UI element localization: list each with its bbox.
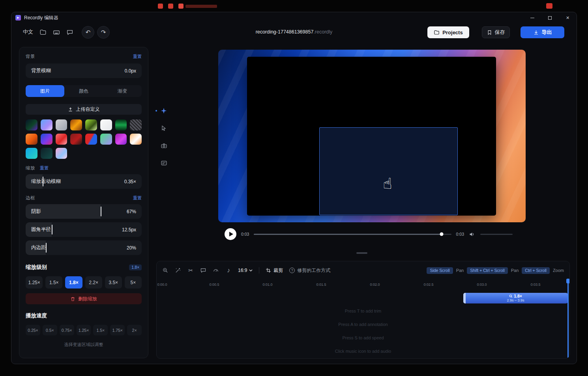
scroll-shortcuts: Side Scroll Pan Shift + Ctrl + Scroll Pa… [427, 267, 564, 274]
shadow-label: 阴影 [31, 208, 41, 215]
recorded-screen: ☝ [247, 57, 496, 216]
ctrl-scroll-action: Zoom [553, 268, 564, 273]
auto-zoom-effects-button[interactable] [160, 107, 167, 114]
tab-color[interactable]: 颜色 [64, 85, 103, 97]
background-thumbnail[interactable] [130, 119, 142, 130]
aspect-ratio-dropdown[interactable]: 16:9 [238, 268, 253, 273]
shadow-slider[interactable]: 阴影 67% [26, 204, 142, 219]
progress-thumb[interactable] [440, 233, 443, 236]
background-thumbnail[interactable] [56, 134, 67, 145]
zoom-segment[interactable]: 1.8× 2.9s – 3.9s [463, 293, 568, 303]
background-thumbnail[interactable] [115, 119, 127, 130]
zoom-option-1-8x[interactable]: 1.8× [65, 276, 82, 289]
padding-value: 20% [127, 245, 136, 251]
background-thumbnail[interactable] [26, 119, 37, 130]
download-icon [533, 30, 539, 35]
desktop-artifact [546, 3, 552, 9]
trash-icon [70, 296, 75, 302]
padding-slider[interactable]: 内边距 20% [26, 240, 142, 255]
zoom-option-1-25x[interactable]: 1.25× [26, 276, 43, 289]
export-button[interactable]: 导出 [521, 26, 564, 38]
slider-marker[interactable] [101, 207, 101, 216]
background-thumbnail[interactable] [56, 119, 67, 130]
upload-custom-button[interactable]: 上传自定义 [26, 104, 142, 115]
magic-wand-icon[interactable] [175, 267, 181, 274]
title-bar: ▶ Recordly 编辑器 ✕ [11, 12, 577, 23]
background-thumbnail[interactable] [70, 119, 82, 130]
slider-marker[interactable] [52, 225, 52, 235]
speed-option-1-5x[interactable]: 1.5× [93, 325, 108, 335]
cursor-tool-button[interactable] [160, 125, 167, 132]
zoom-motion-blur-slider[interactable]: 缩放运动模糊 0.35× [26, 174, 142, 189]
cursor-icon [161, 125, 167, 131]
background-thumbnail[interactable] [115, 134, 127, 145]
zoom-reset-button[interactable]: 重置 [40, 165, 49, 171]
background-thumbnail[interactable] [26, 148, 37, 159]
shift-ctrl-scroll-action: Pan [511, 268, 519, 273]
progress-slider[interactable] [254, 234, 451, 235]
play-button[interactable] [225, 228, 236, 240]
zoom-level-options: 1.25× 1.5× 1.8× 2.2× 3.5× 5× [26, 276, 142, 289]
side-scroll-action: Pan [456, 268, 464, 273]
timeline-hint: Click music icon to add audio [157, 349, 569, 354]
tab-gradient[interactable]: 渐变 [103, 85, 142, 97]
projects-button[interactable]: Projects [427, 26, 469, 38]
zoom-option-5x[interactable]: 5× [125, 276, 142, 289]
background-blur-label: 背景模糊 [31, 67, 51, 74]
save-button[interactable]: 保存 [482, 26, 510, 38]
corner-radius-slider[interactable]: 圆角半径 12.5px [26, 222, 142, 237]
close-button[interactable]: ✕ [559, 12, 577, 23]
speed-gauge-icon[interactable] [213, 267, 219, 274]
crop-button[interactable]: 裁剪 [266, 267, 283, 274]
background-thumbnail[interactable] [85, 134, 97, 145]
zoom-option-1-5x[interactable]: 1.5× [45, 276, 62, 289]
speed-option-0-5x[interactable]: 0.5× [43, 325, 57, 335]
background-thumbnail[interactable] [41, 148, 52, 159]
background-thumbnail[interactable] [130, 134, 142, 145]
playhead[interactable] [567, 279, 569, 358]
ruler-tick-label: 0:01.0 [262, 283, 272, 287]
speed-option-0-25x[interactable]: 0.25× [26, 325, 40, 335]
background-thumbnail[interactable] [85, 119, 97, 130]
maximize-button[interactable] [541, 12, 559, 23]
background-thumbnail[interactable] [41, 134, 52, 145]
background-thumbnail[interactable] [100, 134, 112, 145]
caption-tool-button[interactable] [160, 159, 167, 166]
scissors-icon[interactable]: ✂ [187, 267, 194, 274]
timeline-ruler[interactable]: 0:00.0 0:00.5 0:01.0 0:01.5 0:02.0 0:02.… [157, 283, 569, 290]
app-logo-icon: ▶ [15, 15, 21, 20]
volume-icon[interactable] [469, 231, 476, 238]
speed-option-0-75x[interactable]: 0.75× [60, 325, 74, 335]
background-thumbnail[interactable] [100, 119, 112, 130]
zoom-option-2-2x[interactable]: 2.2× [85, 276, 102, 289]
volume-slider[interactable] [480, 234, 513, 235]
camera-tool-button[interactable] [160, 142, 167, 149]
background-thumbnail[interactable] [56, 148, 67, 159]
volume-thumb[interactable] [480, 234, 513, 245]
background-thumbnail[interactable] [70, 134, 82, 145]
background-thumbnail[interactable] [41, 119, 52, 130]
border-reset-button[interactable]: 重置 [133, 195, 142, 201]
desktop-artifact [178, 4, 184, 9]
zoom-in-icon[interactable] [162, 267, 169, 274]
delete-zoom-button[interactable]: 删除缩放 [26, 293, 142, 304]
speed-section-header: 播放速度 [26, 312, 142, 319]
video-preview-canvas[interactable]: ☝ [218, 50, 526, 222]
background-thumbnail[interactable] [26, 134, 37, 145]
annotation-icon[interactable] [200, 267, 206, 274]
window-controls: ✕ [523, 12, 577, 23]
desktop-artifact [158, 4, 163, 9]
segment-left-handle[interactable] [463, 293, 466, 303]
speed-option-1-25x[interactable]: 1.25× [77, 325, 91, 335]
background-reset-button[interactable]: 重置 [133, 54, 142, 60]
tab-image[interactable]: 图片 [26, 85, 64, 97]
zoom-selection-region[interactable]: ☝ [319, 127, 458, 215]
music-icon[interactable]: ♪ [225, 267, 232, 274]
zoom-option-3-5x[interactable]: 3.5× [105, 276, 122, 289]
minimize-button[interactable] [523, 12, 541, 23]
speed-option-1-75x[interactable]: 1.75× [110, 325, 125, 335]
speed-option-2x[interactable]: 2× [127, 325, 142, 335]
background-blur-slider[interactable]: 背景模糊 0.0px [26, 63, 142, 78]
trim-help-button[interactable]: ? 修剪的工作方式 [289, 267, 330, 274]
panel-drag-handle[interactable] [356, 252, 367, 254]
